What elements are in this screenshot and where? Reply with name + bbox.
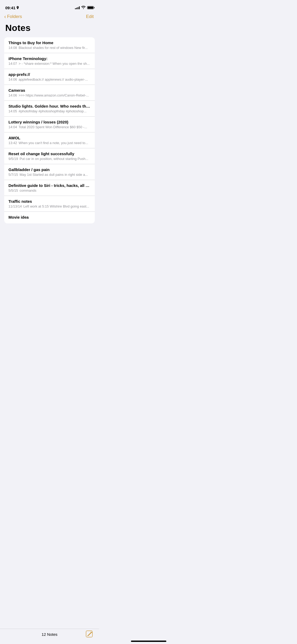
note-date: 5/5/15	[8, 188, 18, 192]
nav-bar: ‹ Folders Edit	[0, 12, 99, 22]
note-meta: 13:42When you can't find a note, you jus…	[8, 141, 91, 145]
note-meta: 14:07> - *share extension:* When you ope…	[8, 62, 91, 66]
battery-icon	[87, 6, 94, 9]
note-title: app-prefs://	[8, 72, 91, 77]
note-title: Gallbladder / gas pain	[8, 167, 91, 172]
note-title: Studio lights. Golden hour. Who needs th…	[8, 104, 91, 108]
list-item[interactable]: AWOL13:42When you can't find a note, you…	[4, 132, 95, 148]
note-date: 14:06	[8, 77, 17, 81]
location-icon	[16, 6, 19, 9]
page-title: Notes	[0, 22, 99, 37]
note-title: Definitive guide to Siri - tricks, hacks…	[8, 183, 91, 188]
note-meta: 14:06applefeedback:// applenews:// audio…	[8, 77, 91, 81]
list-item[interactable]: Lottery winnings / losses (2020)14:04Tot…	[4, 117, 95, 132]
list-item[interactable]: Studio lights. Golden hour. Who needs th…	[4, 101, 95, 117]
note-preview: May 1st Started as dull pains in right s…	[20, 173, 88, 177]
list-item[interactable]: Reset oil change light successfully9/5/1…	[4, 148, 95, 164]
note-date: 5/7/15	[8, 173, 18, 177]
note-meta: 5/7/15May 1st Started as dull pains in r…	[8, 173, 91, 177]
note-date: 14:04	[8, 125, 17, 129]
list-item[interactable]: Definitive guide to Siri - tricks, hacks…	[4, 180, 95, 196]
note-preview: #photofriday #photoshopfriday #photoshop…	[19, 109, 87, 113]
note-preview: > - *share extension:* When you open the…	[19, 62, 90, 66]
note-date: 14:05	[8, 109, 17, 113]
note-title: Traffic notes	[8, 199, 91, 204]
note-preview: applefeedback:// applenews:// audio-play…	[19, 77, 88, 81]
note-title: Cameras	[8, 88, 91, 93]
note-title: AWOL	[8, 136, 91, 140]
note-preview: Left work at 5:15 Wilshire Blvd going ea…	[23, 204, 89, 208]
back-label: Folders	[7, 14, 22, 19]
note-meta: 14:08Blackout shades for rest of windows…	[8, 46, 91, 50]
note-title: iPhone Terminology:	[8, 56, 91, 61]
note-meta: 11/13/14Left work at 5:15 Wilshire Blvd …	[8, 204, 91, 208]
list-item[interactable]: iPhone Terminology:14:07> - *share exten…	[4, 53, 95, 69]
note-preview: Blackout shades for rest of windows New …	[19, 46, 88, 50]
status-time: 09:41	[5, 6, 19, 10]
note-meta: 14:06>>> https://www.amazon.com/Canon-Re…	[8, 93, 91, 97]
back-button[interactable]: ‹ Folders	[4, 14, 22, 20]
status-icons	[75, 6, 94, 10]
note-meta: 9/5/19Put car in on position, without st…	[8, 157, 91, 161]
note-preview: >>> https://www.amazon.com/Canon-Rebel-.…	[19, 93, 89, 97]
note-date: 14:08	[8, 46, 17, 50]
list-item[interactable]: Gallbladder / gas pain5/7/15May 1st Star…	[4, 164, 95, 180]
list-item[interactable]: Traffic notes11/13/14Left work at 5:15 W…	[4, 196, 95, 212]
status-bar: 09:41	[0, 0, 99, 12]
note-title: Reset oil change light successfully	[8, 151, 91, 156]
list-item[interactable]: Cameras14:06>>> https://www.amazon.com/C…	[4, 85, 95, 101]
note-title: Lottery winnings / losses (2020)	[8, 120, 91, 124]
note-date: 11/13/14	[8, 204, 22, 208]
note-date: 13:42	[8, 141, 17, 145]
note-preview: Total 2020 Spent Won Difference $60 $50 …	[19, 125, 87, 129]
wifi-icon	[81, 6, 86, 10]
signal-icon	[75, 6, 80, 9]
note-date: 9/5/19	[8, 157, 18, 161]
edit-button[interactable]: Edit	[86, 14, 94, 19]
list-item[interactable]: Things to Buy for Home14:08Blackout shad…	[4, 37, 95, 53]
note-title: Things to Buy for Home	[8, 40, 91, 45]
notes-list: Things to Buy for Home14:08Blackout shad…	[4, 37, 95, 223]
note-title: Movie idea	[8, 215, 91, 219]
note-preview: Put car in on position, without starting…	[20, 157, 88, 161]
note-date: 14:07	[8, 62, 17, 66]
note-meta: 5/5/15commands	[8, 188, 91, 192]
list-item[interactable]: app-prefs://14:06applefeedback:// applen…	[4, 69, 95, 85]
chevron-left-icon: ‹	[4, 13, 6, 20]
list-item[interactable]: Movie idea	[4, 212, 95, 223]
note-date: 14:06	[8, 93, 17, 97]
note-meta: 14:05#photofriday #photoshopfriday #phot…	[8, 109, 91, 113]
note-meta: 14:04Total 2020 Spent Won Difference $60…	[8, 125, 91, 129]
note-preview: commands	[20, 188, 36, 192]
note-preview: When you can't find a note, you just nee…	[19, 141, 88, 145]
